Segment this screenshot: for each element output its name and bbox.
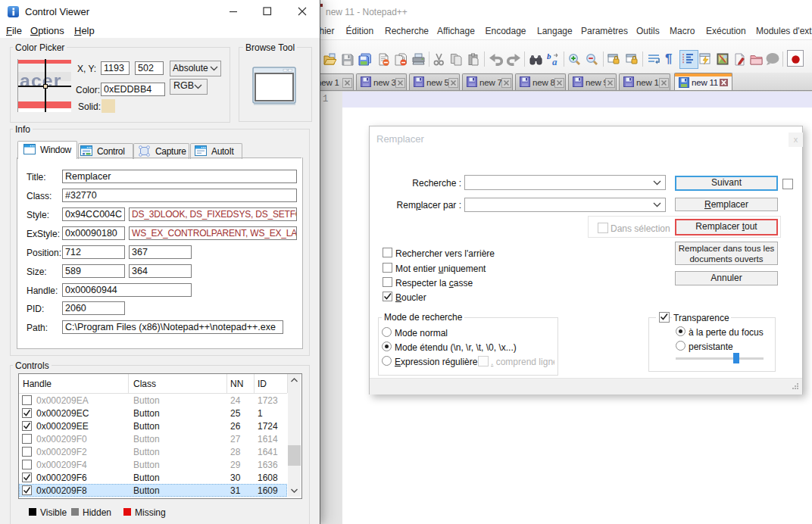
svg-text:b: b	[547, 52, 551, 61]
svg-text:a: a	[552, 56, 557, 65]
svg-text:¶: ¶	[665, 51, 672, 64]
